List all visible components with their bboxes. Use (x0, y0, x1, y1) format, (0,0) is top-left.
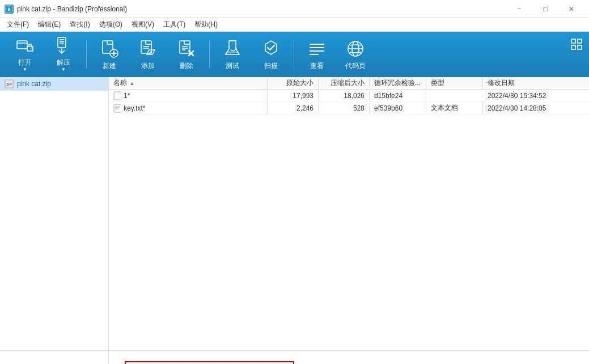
scan-label: 扫描 (264, 61, 278, 71)
add-button[interactable]: 添加 (130, 36, 166, 73)
test-icon (222, 39, 243, 59)
file-type-2: 文本文档 (426, 102, 483, 114)
delete-label: 删除 (180, 61, 193, 71)
file-date-1: 2022/4/30 15:34:52 (483, 91, 589, 101)
toolbar-divider-1 (86, 40, 87, 69)
new-label: 新建 (103, 61, 116, 71)
menu-tools[interactable]: 工具(T) (159, 18, 190, 31)
new-button[interactable]: 新建 (91, 36, 128, 73)
extract-icon (53, 35, 74, 56)
svg-text:B: B (7, 7, 10, 11)
title-bar-left: B pink cat.zip - Bandizip (Professional) (5, 5, 127, 14)
col-header-date: 修改日期 (483, 77, 589, 89)
table-row[interactable]: 1* 17,993 18,026 d15bfe24 2022/4/30 15:3… (109, 90, 589, 102)
file-list-header: 名称 ▲ 原始大小 压缩后大小 循环冗余检验... 类型 修改日期 (109, 77, 589, 90)
file-name-2: key.txt* (109, 103, 268, 114)
sidebar-zip-label: pink cat.zip (17, 80, 51, 88)
extract-button[interactable]: 解压 (45, 36, 82, 66)
scan-icon (261, 39, 281, 59)
file-crc-2: ef539b60 (370, 103, 426, 113)
col-header-orig: 原始大小 (268, 77, 319, 89)
svg-rect-3 (58, 37, 66, 48)
svg-rect-32 (571, 45, 575, 49)
test-label: 测试 (226, 61, 239, 71)
content-area: ZIP pink cat.zip 名称 ▲ 原始大小 压缩后大小 循环冗余检验.… (0, 77, 589, 350)
title-bar: B pink cat.zip - Bandizip (Professional)… (0, 0, 589, 18)
maximize-button[interactable]: □ (532, 0, 558, 18)
svg-rect-2 (17, 41, 27, 49)
menu-edit[interactable]: 编辑(E) (33, 18, 65, 31)
menu-file[interactable]: 文件(F) (2, 18, 33, 31)
svg-rect-37 (114, 104, 121, 112)
app-icon: B (5, 5, 14, 14)
sidebar-item-zip[interactable]: ZIP pink cat.zip (0, 77, 108, 91)
view-icon (307, 39, 327, 59)
test-button[interactable]: 测试 (214, 36, 251, 73)
grid-icon[interactable] (571, 36, 582, 50)
close-button[interactable]: ✕ (558, 0, 584, 18)
extract-btn-group: 解压 ▼ (45, 36, 82, 73)
file-date-2: 2022/4/30 14:28:05 (483, 103, 589, 113)
svg-rect-11 (141, 41, 151, 53)
add-label: 添加 (141, 61, 155, 71)
add-icon (138, 39, 158, 59)
extract-dropdown[interactable]: ▼ (45, 66, 82, 73)
open-icon (15, 35, 35, 56)
menu-view[interactable]: 视图(V) (127, 18, 159, 31)
new-icon (99, 39, 120, 59)
window-title: pink cat.zip - Bandizip (Professional) (17, 5, 127, 13)
file-comp-1: 18,026 (319, 91, 370, 101)
svg-rect-33 (578, 45, 582, 49)
col-header-name: 名称 ▲ (109, 77, 268, 89)
menu-options[interactable]: 选项(O) (95, 18, 127, 31)
codepage-label: 代码页 (345, 61, 366, 71)
scan-button[interactable]: 扫描 (253, 36, 289, 73)
col-header-comp: 压缩后大小 (319, 77, 370, 89)
open-button[interactable]: 打开 (7, 36, 43, 66)
codepage-button[interactable]: 代码页 (337, 36, 374, 73)
toolbar-divider-3 (294, 40, 294, 69)
toolbar: 打开 ▼ 解压 ▼ (0, 32, 589, 77)
svg-rect-36 (114, 92, 121, 100)
svg-text:ZIP: ZIP (6, 83, 11, 86)
file-list-area: 名称 ▲ 原始大小 压缩后大小 循环冗余检验... 类型 修改日期 1* 17,… (109, 77, 589, 350)
preview-sidebar-fill (0, 351, 109, 364)
sort-arrow: ▲ (129, 80, 135, 86)
preview-area: ▶ TCAACTTAGCTGTGATGATGTTCAGATTAGCTA (0, 350, 589, 364)
menu-find[interactable]: 查找(I) (65, 18, 94, 31)
menu-help[interactable]: 帮助(H) (190, 18, 222, 31)
col-header-type: 类型 (426, 77, 483, 89)
title-bar-controls: － □ ✕ (506, 0, 584, 18)
open-dropdown[interactable]: ▼ (7, 66, 43, 73)
view-label: 查看 (310, 61, 324, 71)
col-header-crc: 循环冗余检验... (370, 77, 426, 89)
zip-icon: ZIP (5, 79, 14, 88)
file-orig-1: 17,993 (268, 91, 319, 101)
menu-bar: 文件(F) 编辑(E) 查找(I) 选项(O) 视图(V) 工具(T) 帮助(H… (0, 18, 589, 32)
svg-rect-30 (571, 39, 575, 43)
open-btn-group: 打开 ▼ (7, 36, 43, 73)
codepage-icon (345, 39, 366, 59)
file-orig-2: 2,246 (268, 103, 319, 113)
minimize-button[interactable]: － (506, 0, 532, 18)
file-name-1: 1* (109, 90, 268, 101)
toolbar-divider-2 (209, 40, 210, 69)
view-button[interactable]: 查看 (299, 36, 335, 73)
delete-button[interactable]: 删除 (168, 36, 205, 73)
sidebar: ZIP pink cat.zip (0, 77, 109, 350)
file-comp-2: 528 (319, 103, 370, 113)
table-row[interactable]: key.txt* 2,246 528 ef539b60 文本文档 2022/4/… (109, 102, 589, 115)
preview-text-box: TCAACTTAGCTGTGATGATGTTCAGATTAGCTA (125, 361, 294, 365)
file-crc-1: d15bfe24 (370, 91, 426, 101)
delete-icon (176, 39, 197, 59)
svg-rect-31 (578, 39, 582, 43)
preview-content: ▶ TCAACTTAGCTGTGATGATGTTCAGATTAGCTA (109, 351, 589, 364)
file-type-1 (426, 95, 483, 97)
